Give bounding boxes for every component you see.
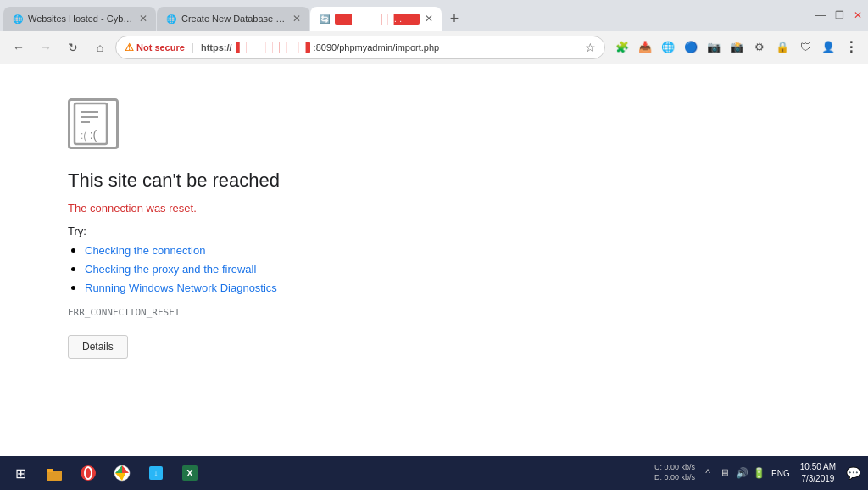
browser-window: 🌐 Websites Hosted - CyberPanel ✕ 🌐 Creat… [0, 0, 868, 490]
tab1-favicon: 🌐 [12, 13, 24, 25]
back-button[interactable]: ← [7, 36, 31, 59]
taskbar: ⊞ ↓ [0, 456, 868, 490]
menu-button[interactable]: ⋮ [841, 37, 861, 58]
toolbar-icons: 🧩 📥 🌐 🔵 📷 📸 ⚙ 🔒 🛡 👤 ⋮ [612, 37, 861, 58]
warning-icon: ⚠ [125, 42, 134, 53]
navigation-bar: ← → ↻ ⌂ ⚠ Not secure | https:// ████████… [0, 31, 868, 64]
taskbar-system: U: 0.00 kb/s D: 0.00 kb/s ^ 🖥 🔊 🔋 ENG 10… [654, 461, 863, 485]
start-button[interactable]: ⊞ [5, 458, 36, 488]
date-display: 7/3/2019 [801, 473, 834, 485]
net-upload: U: 0.00 kb/s [654, 463, 695, 473]
details-button[interactable]: Details [68, 335, 128, 359]
download-icon[interactable]: 📥 [635, 37, 655, 58]
tray-network-icon[interactable]: 🖥 [717, 463, 732, 483]
tab3-close[interactable]: ✕ [425, 13, 433, 25]
check-proxy-link[interactable]: Checking the proxy and the firewall [85, 263, 256, 276]
url-domain-redacted: ██████████ [236, 42, 310, 53]
sys-tray-icons: ^ 🖥 🔊 🔋 [700, 463, 766, 483]
svg-rect-0 [75, 103, 107, 144]
broken-page-svg: :( [73, 102, 114, 146]
url-https: https:// [201, 42, 232, 53]
close-button[interactable]: ✕ [851, 8, 865, 22]
list-item: Running Windows Network Diagnostics [85, 280, 280, 295]
forward-button[interactable]: → [34, 36, 58, 59]
page-content: :( This site can't be reached The connec… [0, 64, 868, 456]
action-center-button[interactable]: 💬 [843, 463, 863, 483]
home-button[interactable]: ⌂ [88, 36, 112, 59]
title-bar: 🌐 Websites Hosted - CyberPanel ✕ 🌐 Creat… [0, 0, 868, 31]
tray-volume-icon[interactable]: 🔊 [734, 463, 749, 483]
tab2-close[interactable]: ✕ [292, 13, 301, 25]
taskbar-file-explorer[interactable] [39, 458, 70, 488]
tab1-close[interactable]: ✕ [139, 13, 147, 25]
taskbar-opera[interactable] [73, 458, 103, 488]
profile-icon[interactable]: 🔵 [681, 37, 701, 58]
svg-rect-6 [47, 469, 53, 472]
tab-websites-hosted[interactable]: 🌐 Websites Hosted - CyberPanel ✕ [3, 7, 156, 31]
tabs-area: 🌐 Websites Hosted - CyberPanel ✕ 🌐 Creat… [3, 0, 807, 31]
extensions-icon[interactable]: 🧩 [612, 37, 632, 58]
taskbar-chrome[interactable] [107, 458, 137, 488]
maximize-button[interactable]: ❐ [832, 8, 846, 22]
minimize-button[interactable]: — [814, 8, 827, 22]
list-item: Checking the connection [85, 242, 280, 258]
security-warning: ⚠ Not secure [125, 42, 185, 53]
tab1-label: Websites Hosted - CyberPanel [28, 14, 134, 24]
svg-text:↓: ↓ [154, 469, 159, 478]
check-connection-link[interactable]: Checking the connection [85, 244, 205, 257]
bookmark-star[interactable]: ☆ [585, 41, 596, 54]
taskbar-excel[interactable]: X [175, 458, 205, 488]
svg-text:X: X [186, 468, 193, 478]
net-download: D: 0.00 kb/s [654, 473, 695, 483]
account-icon[interactable]: 👤 [818, 37, 838, 58]
error-code: ERR_CONNECTION_RESET [68, 307, 280, 318]
tab3-red-label: ████████████ [335, 14, 420, 25]
error-container: :( This site can't be reached The connec… [68, 98, 280, 359]
run-diagnostics-link[interactable]: Running Windows Network Diagnostics [85, 281, 277, 294]
tray-battery-icon[interactable]: 🔋 [751, 463, 766, 483]
tab3-favicon: 🔄 [319, 13, 331, 25]
language-indicator[interactable]: ENG [771, 469, 790, 478]
tab2-label: Create New Database - CyberPa... [181, 14, 287, 24]
cast-icon[interactable]: 📸 [726, 37, 747, 58]
window-controls: — ❐ ✕ [814, 8, 865, 22]
taskbar-downloads[interactable]: ↓ [141, 458, 171, 488]
translate-icon[interactable]: 🌐 [658, 37, 678, 58]
tab-create-database[interactable]: 🌐 Create New Database - CyberPa... ✕ [157, 7, 309, 31]
new-tab-button[interactable]: + [442, 7, 466, 31]
system-clock[interactable]: 10:50 AM 7/3/2019 [800, 461, 836, 485]
error-icon: :( [68, 98, 119, 149]
screenshot-icon[interactable]: 📷 [704, 37, 724, 58]
try-label: Try: [68, 225, 280, 237]
network-stats: U: 0.00 kb/s D: 0.00 kb/s [654, 463, 695, 482]
settings-icon[interactable]: ⚙ [749, 37, 770, 58]
lock-icon[interactable]: 🔒 [772, 37, 793, 58]
not-secure-label: Not secure [136, 42, 185, 53]
address-bar[interactable]: ⚠ Not secure | https:// ██████████ :8090… [115, 36, 605, 59]
tray-arrow-icon[interactable]: ^ [700, 463, 715, 483]
try-list: Checking the connection Checking the pro… [68, 242, 280, 295]
url-path: :8090/phpmyadmin/import.php [314, 42, 440, 53]
reload-button[interactable]: ↻ [61, 36, 85, 59]
svg-text::(: :( [81, 130, 86, 142]
list-item: Checking the proxy and the firewall [85, 261, 280, 276]
tab2-favicon: 🌐 [165, 13, 177, 25]
time-display: 10:50 AM [800, 461, 836, 473]
error-subtitle: The connection was reset. [68, 202, 280, 214]
shield-icon[interactable]: 🛡 [795, 37, 815, 58]
tab-error-active[interactable]: 🔄 ████████████ ✕ [310, 7, 442, 31]
error-title: This site can't be reached [68, 170, 280, 192]
